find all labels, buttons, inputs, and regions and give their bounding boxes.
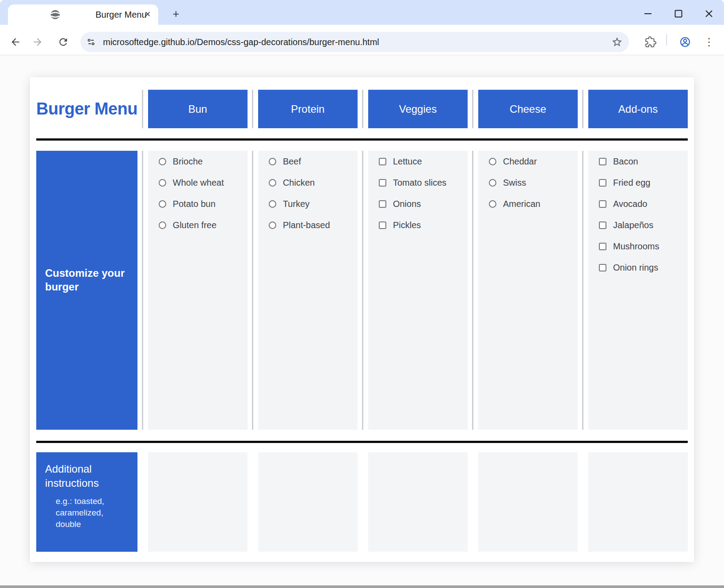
option-add-ons-fried-egg[interactable]: Fried egg (588, 172, 688, 193)
option-cheese-swiss[interactable]: Swiss (478, 172, 578, 193)
checkbox-add-ons-jalape-os[interactable] (599, 221, 606, 229)
close-icon (703, 8, 715, 20)
option-protein-plant-based[interactable]: Plant-based (258, 214, 358, 236)
option-label: Avocado (613, 199, 647, 209)
option-label: Beef (283, 157, 301, 167)
option-bun-potato-bun[interactable]: Potato bun (148, 193, 248, 214)
column-header-add-ons: Add-ons (588, 90, 688, 128)
option-label: Mushrooms (613, 241, 659, 252)
checkbox-veggies-lettuce[interactable] (379, 158, 386, 165)
option-bun-gluten-free[interactable]: Gluten free (148, 214, 248, 236)
instructions-textarea-protein[interactable] (258, 452, 358, 552)
option-veggies-tomato-slices[interactable]: Tomato slices (368, 172, 468, 193)
radio-bun-brioche[interactable] (159, 158, 166, 165)
checkbox-add-ons-bacon[interactable] (599, 158, 606, 165)
checkbox-veggies-tomato-slices[interactable] (379, 179, 386, 187)
minimize-button[interactable] (642, 8, 654, 20)
option-label: Onion rings (613, 263, 658, 273)
option-bun-brioche[interactable]: Brioche (148, 151, 248, 172)
radio-protein-beef[interactable] (269, 158, 276, 165)
site-info-button[interactable] (86, 37, 96, 47)
option-label: Bacon (613, 157, 638, 167)
option-label: American (503, 199, 540, 209)
radio-cheese-american[interactable] (489, 200, 496, 208)
new-tab-button[interactable]: + (169, 7, 183, 21)
back-arrow-icon (10, 36, 21, 48)
options-panel-protein: BeefChickenTurkeyPlant-based (258, 151, 358, 430)
radio-bun-potato-bun[interactable] (159, 200, 166, 208)
url-text: microsoftedge.github.io/Demos/css-gap-de… (103, 32, 379, 52)
option-label: Gluten free (173, 220, 217, 230)
column-header-bun: Bun (148, 90, 248, 128)
option-label: Fried egg (613, 178, 651, 188)
option-label: Jalapeños (613, 220, 653, 230)
reload-button[interactable] (57, 36, 69, 48)
option-bun-whole-wheat[interactable]: Whole wheat (148, 172, 248, 193)
option-protein-turkey[interactable]: Turkey (258, 193, 358, 214)
instructions-cell: Additional instructions e.g.: toasted, c… (36, 452, 137, 552)
option-add-ons-mushrooms[interactable]: Mushrooms (588, 236, 688, 257)
radio-protein-chicken[interactable] (269, 179, 276, 187)
option-label: Turkey (283, 199, 309, 209)
address-bar[interactable]: microsoftedge.github.io/Demos/css-gap-de… (80, 32, 629, 52)
menu-card: Burger Menu Customize your burger Additi… (30, 77, 694, 562)
profile-icon (679, 36, 691, 48)
globe-favicon-icon (50, 9, 61, 20)
option-add-ons-avocado[interactable]: Avocado (588, 193, 688, 214)
window-close-button[interactable] (703, 8, 715, 20)
option-protein-chicken[interactable]: Chicken (258, 172, 358, 193)
options-panel-bun: BriocheWhole wheatPotato bunGluten free (148, 151, 248, 430)
option-label: Onions (393, 199, 421, 209)
instructions-textarea-bun[interactable] (148, 452, 248, 552)
instructions-textarea-veggies[interactable] (368, 452, 468, 552)
option-protein-beef[interactable]: Beef (258, 151, 358, 172)
instructions-textarea-cheese[interactable] (478, 452, 578, 552)
extensions-button[interactable] (645, 36, 656, 48)
tab-strip: Burger Menu ✕ + (0, 0, 724, 25)
puzzle-icon (645, 36, 656, 48)
option-cheese-cheddar[interactable]: Cheddar (478, 151, 578, 172)
option-add-ons-jalape-os[interactable]: Jalapeños (588, 214, 688, 236)
option-veggies-onions[interactable]: Onions (368, 193, 468, 214)
maximize-button[interactable] (672, 8, 685, 20)
checkbox-add-ons-mushrooms[interactable] (599, 243, 606, 250)
checkbox-add-ons-avocado[interactable] (599, 200, 606, 208)
checkbox-add-ons-onion-rings[interactable] (599, 264, 606, 271)
option-cheese-american[interactable]: American (478, 193, 578, 214)
tab-title: Burger Menu (95, 10, 147, 20)
profile-button[interactable] (679, 36, 691, 48)
option-add-ons-bacon[interactable]: Bacon (588, 151, 688, 172)
option-label: Pickles (393, 220, 421, 230)
option-add-ons-onion-rings[interactable]: Onion rings (588, 257, 688, 278)
minimize-icon (642, 8, 654, 20)
browser-menu-button[interactable]: ⋮ (704, 34, 713, 50)
customize-label: Customize your burger (36, 151, 137, 430)
radio-bun-whole-wheat[interactable] (159, 179, 166, 187)
page-title: Burger Menu (36, 90, 137, 128)
instructions-textarea-add-ons[interactable] (588, 452, 688, 552)
browser-tab[interactable]: Burger Menu ✕ (8, 4, 158, 25)
back-button[interactable] (10, 36, 21, 48)
tab-close-button[interactable]: ✕ (142, 9, 153, 20)
checkbox-veggies-onions[interactable] (379, 200, 386, 208)
maximize-icon (672, 8, 685, 20)
option-label: Cheddar (503, 157, 537, 167)
option-label: Plant-based (283, 220, 330, 230)
bottom-window-edge (0, 585, 724, 588)
option-label: Potato bun (173, 199, 216, 209)
radio-protein-plant-based[interactable] (269, 221, 276, 229)
radio-protein-turkey[interactable] (269, 200, 276, 208)
column-header-protein: Protein (258, 90, 358, 128)
forward-button[interactable] (32, 36, 43, 48)
option-label: Lettuce (393, 157, 422, 167)
radio-bun-gluten-free[interactable] (159, 221, 166, 229)
checkbox-veggies-pickles[interactable] (379, 221, 386, 229)
checkbox-add-ons-fried-egg[interactable] (599, 179, 606, 187)
forward-arrow-icon (32, 36, 43, 48)
options-panel-veggies: LettuceTomato slicesOnionsPickles (368, 151, 468, 430)
option-veggies-pickles[interactable]: Pickles (368, 214, 468, 236)
radio-cheese-cheddar[interactable] (489, 158, 496, 165)
option-veggies-lettuce[interactable]: Lettuce (368, 151, 468, 172)
radio-cheese-swiss[interactable] (489, 179, 496, 187)
bookmark-star-button[interactable] (611, 36, 623, 48)
